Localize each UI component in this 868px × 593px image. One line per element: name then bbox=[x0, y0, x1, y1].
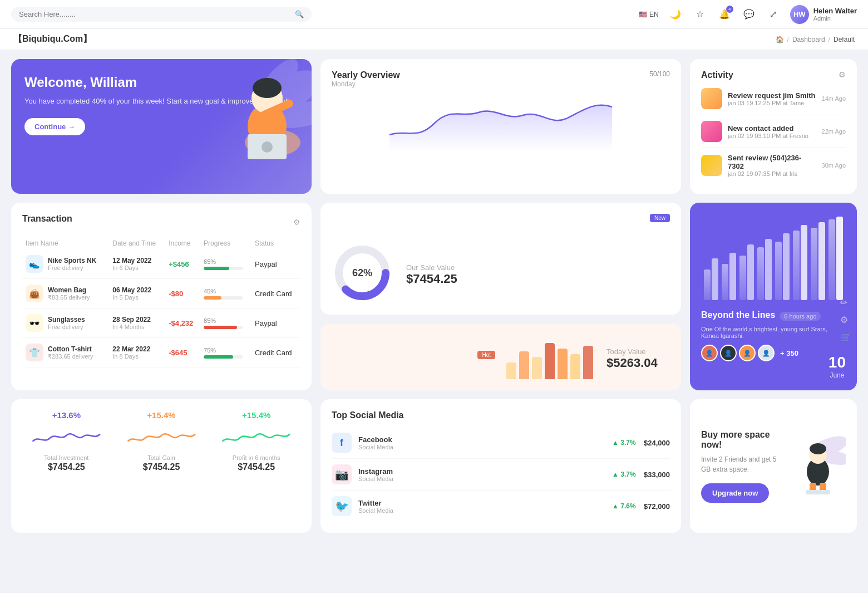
wave-profit bbox=[212, 424, 300, 449]
buy-space-subtitle: Invite 2 Friends and get 5 GB extra spac… bbox=[701, 454, 783, 474]
sale-value-card: New 62% Our Sale Value $7454.25 bbox=[320, 203, 681, 315]
stat-profit-pct: +15.4% bbox=[212, 410, 300, 420]
svg-rect-15 bbox=[729, 253, 736, 300]
beyond-avatar-2: 👤 bbox=[720, 345, 737, 361]
activity-desc-1: jan 02 19 03:10 PM at Fresno bbox=[728, 133, 816, 139]
welcome-illustration bbox=[217, 65, 306, 159]
bar-2 bbox=[519, 351, 529, 379]
activity-time-1: 22m Ago bbox=[822, 128, 846, 135]
language-selector[interactable]: 🇺🇸 EN bbox=[639, 11, 659, 18]
favorites-icon[interactable]: ☆ bbox=[692, 7, 708, 22]
svg-rect-23 bbox=[801, 225, 807, 300]
beyond-date-badge: 10 June bbox=[828, 354, 846, 379]
chat-icon[interactable]: 💬 bbox=[741, 7, 757, 22]
current-page: Default bbox=[834, 36, 855, 43]
beyond-date-num: 10 bbox=[828, 354, 846, 371]
instagram-info: Instagram Social Media bbox=[358, 467, 605, 482]
beyond-edit-icon[interactable]: ✏ bbox=[840, 297, 851, 308]
continue-button[interactable]: Continue → bbox=[24, 118, 85, 135]
beyond-plus-count: + 350 bbox=[780, 349, 798, 357]
svg-rect-25 bbox=[818, 222, 825, 300]
search-input[interactable] bbox=[19, 10, 290, 18]
activity-settings-icon[interactable]: ⚙ bbox=[839, 70, 846, 79]
instagram-growth: ▲ 3.7% bbox=[612, 471, 637, 478]
user-avatar: HW bbox=[790, 5, 809, 24]
sale-value-amount: $7454.25 bbox=[406, 272, 457, 286]
activity-info-2: Sent review (504)236-7302 jan 02 19 07:3… bbox=[728, 154, 816, 177]
notification-badge: 4 bbox=[726, 6, 733, 13]
col-date: Date and Time bbox=[109, 237, 165, 249]
bar-5 bbox=[558, 349, 568, 379]
svg-rect-24 bbox=[811, 228, 817, 300]
dark-mode-toggle[interactable]: 🌙 bbox=[668, 7, 683, 22]
table-row: 🕶️ Sunglasses Free delivery 28 Sep 2022 … bbox=[22, 308, 300, 338]
beyond-description: One Of the world,s brightest, young surf… bbox=[701, 326, 846, 339]
stat-gain-value: $7454.25 bbox=[117, 462, 206, 472]
beyond-settings-icon[interactable]: ⚙ bbox=[840, 315, 851, 325]
stat-gain-label: Total Gain bbox=[117, 454, 206, 461]
breadcrumb-sep1: / bbox=[787, 36, 789, 43]
activity-thumb-1 bbox=[701, 121, 722, 142]
main-content: Welcome, William You have completed 40% … bbox=[0, 50, 868, 542]
col-progress: Progress bbox=[200, 237, 251, 249]
activity-list: Review request jim Smith jan 03 19 12:25… bbox=[701, 82, 846, 183]
beyond-time: 6 hours ago bbox=[780, 312, 821, 321]
home-link[interactable]: 🏠 bbox=[776, 36, 784, 43]
sale-info: Our Sale Value $7454.25 bbox=[406, 260, 457, 286]
svg-point-32 bbox=[810, 443, 826, 454]
upgrade-button[interactable]: Upgrade now bbox=[701, 483, 769, 503]
activity-title-0: Review request jim Smith bbox=[728, 91, 816, 100]
breadcrumb-bar: 【Biqubiqu.Com】 🏠 / Dashboard / Default bbox=[0, 29, 868, 50]
facebook-icon: f bbox=[332, 433, 352, 453]
user-menu[interactable]: HW Helen Walter Admin bbox=[790, 5, 857, 24]
table-row: 👟 Nike Sports NK Free delivery 12 May 20… bbox=[22, 249, 300, 279]
beyond-date-month: June bbox=[828, 371, 846, 379]
new-badge: New bbox=[650, 214, 670, 222]
social-media-card: Top Social Media f Facebook Social Media… bbox=[320, 399, 681, 533]
yearly-overview-subtitle: Monday bbox=[332, 80, 400, 88]
beyond-chart bbox=[701, 214, 846, 303]
facebook-revenue: $24,000 bbox=[644, 439, 670, 447]
welcome-card: Welcome, William You have completed 40% … bbox=[11, 59, 312, 194]
instagram-name: Instagram bbox=[358, 467, 605, 476]
activity-title: Activity bbox=[701, 70, 733, 80]
sale-value-label: Our Sale Value bbox=[406, 263, 457, 272]
svg-rect-20 bbox=[775, 242, 782, 300]
svg-rect-16 bbox=[739, 256, 746, 300]
buyspace-illustration bbox=[790, 430, 846, 497]
stat-profit: +15.4% Profit in 6 months $7454.25 bbox=[212, 410, 300, 522]
facebook-growth: ▲ 3.7% bbox=[612, 439, 637, 447]
svg-rect-18 bbox=[757, 247, 764, 300]
buy-space-title: Buy more space now! bbox=[701, 430, 783, 450]
wave-investment bbox=[22, 424, 111, 449]
svg-rect-17 bbox=[747, 244, 754, 300]
yearly-overview-title-block: Yearly Overview Monday bbox=[332, 70, 400, 88]
activity-title-1: New contact added bbox=[728, 124, 816, 133]
notifications-icon[interactable]: 🔔 4 bbox=[717, 7, 732, 22]
svg-rect-13 bbox=[712, 258, 718, 300]
svg-rect-12 bbox=[704, 269, 711, 300]
stat-investment-pct: +13.6% bbox=[22, 410, 111, 420]
beyond-the-lines-card: ✏ ⚙ 🛒 Beyond the Lines 6 hours ago One O… bbox=[690, 203, 857, 390]
svg-rect-21 bbox=[783, 233, 790, 300]
beyond-avatar-1: 👤 bbox=[701, 345, 718, 361]
transaction-settings-icon[interactable]: ⚙ bbox=[293, 218, 300, 227]
yearly-overview-header: Yearly Overview Monday 50/100 bbox=[332, 70, 670, 88]
instagram-sub: Social Media bbox=[358, 476, 605, 482]
bar-3 bbox=[532, 357, 542, 379]
activity-card: Activity ⚙ Review request jim Smith jan … bbox=[690, 59, 857, 194]
svg-rect-27 bbox=[836, 217, 843, 300]
beyond-title: Beyond the Lines bbox=[701, 310, 775, 320]
yearly-chart bbox=[332, 90, 670, 151]
facebook-name: Facebook bbox=[358, 435, 605, 444]
user-name: Helen Walter bbox=[813, 7, 857, 15]
hot-badge: Hot bbox=[477, 351, 495, 359]
search-bar[interactable]: 🔍 bbox=[11, 7, 312, 22]
dashboard-link[interactable]: Dashboard bbox=[792, 36, 825, 43]
twitter-growth: ▲ 7.6% bbox=[612, 502, 637, 510]
expand-icon[interactable]: ⤢ bbox=[766, 7, 781, 22]
social-item-twitter: 🐦 Twitter Social Media ▲ 7.6% $72,000 bbox=[332, 491, 670, 522]
activity-thumb-2 bbox=[701, 155, 722, 176]
beyond-avatar-3: 👤 bbox=[739, 345, 756, 361]
transaction-card: Transaction ⚙ Item Name Date and Time In… bbox=[11, 203, 312, 390]
